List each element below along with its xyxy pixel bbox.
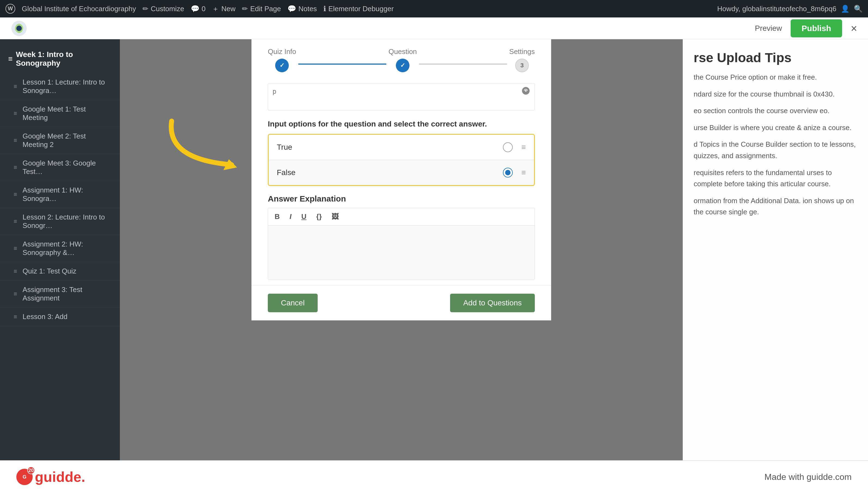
option-true-text: True: [277, 143, 503, 152]
sidebar-item-lesson1[interactable]: ≡ Lesson 1: Lecture: Intro to Sonogra…: [0, 73, 120, 100]
elementor-topbar: Preview Publish ×: [0, 18, 868, 39]
underline-button[interactable]: U: [299, 211, 309, 222]
elementor-logo: [11, 20, 27, 37]
sidebar-item-assignment3[interactable]: ≡ Assignment 3: Test Assignment: [0, 281, 120, 307]
topbar-actions: Preview Publish ×: [755, 19, 857, 37]
option-false-row[interactable]: False ≡: [269, 160, 534, 185]
drag-icon: ≡: [14, 110, 17, 117]
italic-button[interactable]: I: [288, 211, 294, 222]
bottom-bar: G 20 guidde. Made with guidde.com: [0, 460, 868, 493]
step-quiz-info-label: Quiz Info: [268, 47, 296, 56]
question-area: [251, 78, 551, 117]
step-question-circle: ✓: [396, 59, 410, 72]
sidebar-item-lesson3[interactable]: ≡ Lesson 3: Add: [0, 307, 120, 326]
admin-notes[interactable]: 💬 Notes: [288, 5, 317, 13]
drag-icon: ≡: [14, 291, 17, 298]
cancel-button[interactable]: Cancel: [268, 294, 318, 312]
drag-icon: ≡: [14, 164, 17, 171]
step-connector-1: [298, 64, 386, 65]
admin-site-name[interactable]: Global Institute of Echocardiography: [22, 5, 136, 13]
admin-bar: W Global Institute of Echocardiography ✏…: [0, 0, 868, 18]
right-sidebar-para-2: ndard size for the course thumbnail is 0…: [694, 89, 857, 100]
right-sidebar-para-4: urse Builder is where you create & anize…: [694, 122, 857, 134]
right-sidebar-para-6: requisites refers to the fundamental urs…: [694, 167, 857, 190]
options-instruction: Input options for the question and selec…: [251, 117, 551, 134]
sidebar-item-quiz1[interactable]: ≡ Quiz 1: Test Quiz: [0, 262, 120, 281]
bold-button[interactable]: B: [272, 211, 282, 222]
add-to-questions-button[interactable]: Add to Questions: [450, 294, 535, 312]
center-area: Quiz Info ✓ Question ✓ Settings 3: [120, 39, 683, 493]
option-false-radio[interactable]: [503, 168, 513, 177]
sidebar-item-assignment1[interactable]: ≡ Assignment 1: HW: Sonogra…: [0, 181, 120, 208]
drag-icon: ≡: [14, 83, 17, 90]
guidde-made-with: Made with guidde.com: [764, 472, 852, 482]
close-button[interactable]: ×: [851, 23, 857, 34]
option-false-text: False: [277, 168, 503, 177]
search-icon[interactable]: 🔍: [854, 5, 863, 13]
step-settings-circle: 3: [515, 59, 529, 72]
right-sidebar-para-7: ormation from the Additional Data. ion s…: [694, 195, 857, 218]
option-false-drag[interactable]: ≡: [522, 168, 526, 177]
user-avatar: 👤: [841, 5, 849, 13]
drag-icon: ≡: [14, 137, 17, 144]
steps-row: Quiz Info ✓ Question ✓ Settings 3: [251, 39, 551, 78]
admin-edit-page[interactable]: ✏ Edit Page: [242, 5, 281, 13]
image-button[interactable]: 🖼: [329, 211, 341, 222]
svg-marker-4: [223, 159, 237, 170]
drag-icon: ≡: [14, 218, 17, 225]
step-question: Question ✓: [388, 47, 417, 72]
option-true-radio[interactable]: [503, 142, 513, 152]
right-sidebar-para-5: d Topics in the Course Builder section t…: [694, 139, 857, 162]
guidde-dot-icon: G 20: [16, 469, 33, 485]
option-true-drag[interactable]: ≡: [522, 143, 526, 152]
wordpress-icon: W: [5, 4, 15, 14]
question-input[interactable]: [268, 83, 535, 110]
drag-icon: ≡: [14, 245, 17, 252]
drag-icon: ≡: [14, 268, 17, 275]
svg-text:W: W: [8, 5, 13, 12]
admin-customize[interactable]: ✏ Customize: [142, 5, 184, 13]
admin-new[interactable]: ＋ New: [212, 4, 235, 14]
explanation-section: Answer Explanation B I U {} 🖼: [251, 186, 551, 285]
admin-elementor-debugger[interactable]: ℹ Elementor Debugger: [323, 5, 394, 13]
annotation-arrow: [150, 110, 259, 192]
sidebar-item-assignment2[interactable]: ≡ Assignment 2: HW: Sonography &…: [0, 235, 120, 262]
right-sidebar-para-1: the Course Price option or make it free.: [694, 72, 857, 83]
code-button[interactable]: {}: [314, 211, 324, 222]
sidebar-item-googlemeet3[interactable]: ≡ Google Meet 3: Google Test…: [0, 154, 120, 181]
quiz-modal: Quiz Info ✓ Question ✓ Settings 3: [251, 39, 551, 320]
sidebar-item-googlemeet2[interactable]: ≡ Google Meet 2: Test Meeting 2: [0, 127, 120, 154]
step-question-label: Question: [388, 47, 417, 56]
explanation-title: Answer Explanation: [268, 194, 535, 203]
step-quiz-info-circle: ✓: [275, 59, 289, 72]
guidde-text: guidde.: [35, 469, 85, 485]
sidebar-section-title: ≡ Week 1: Intro to Sonography: [0, 45, 120, 73]
ai-icon: [521, 86, 531, 98]
step-settings-label: Settings: [509, 47, 535, 56]
options-container: True ≡ False ≡: [268, 134, 535, 186]
step-quiz-info: Quiz Info ✓: [268, 47, 296, 72]
svg-point-5: [525, 90, 527, 92]
modal-footer: Cancel Add to Questions: [251, 285, 551, 320]
guidde-logo: G 20 guidde.: [16, 469, 85, 485]
option-true-row[interactable]: True ≡: [269, 135, 534, 160]
admin-comments[interactable]: 💬 0: [191, 5, 205, 13]
publish-button[interactable]: Publish: [791, 19, 842, 37]
explanation-body[interactable]: [268, 225, 535, 280]
drag-icon: ≡: [14, 313, 17, 320]
right-sidebar-title: rse Upload Tips: [694, 50, 857, 65]
step-connector-2: [419, 64, 507, 65]
admin-user: Howdy, globalinstituteofecho_8m6pq6 👤 🔍: [717, 5, 863, 13]
main-layout: ≡ Week 1: Intro to Sonography ≡ Lesson 1…: [0, 39, 868, 493]
left-sidebar: ≡ Week 1: Intro to Sonography ≡ Lesson 1…: [0, 39, 120, 493]
right-sidebar: rse Upload Tips the Course Price option …: [683, 39, 868, 493]
drag-icon: ≡: [14, 191, 17, 198]
preview-button[interactable]: Preview: [755, 24, 782, 33]
right-sidebar-para-3: eo section controls the course overview …: [694, 105, 857, 117]
guidde-badge: 20: [27, 467, 35, 474]
sidebar-item-lesson2[interactable]: ≡ Lesson 2: Lecture: Intro to Sonogr…: [0, 208, 120, 235]
sidebar-item-googlemeet1[interactable]: ≡ Google Meet 1: Test Meeting: [0, 100, 120, 127]
svg-point-3: [16, 26, 22, 31]
explanation-toolbar: B I U {} 🖼: [268, 208, 535, 225]
drag-handle-icon: ≡: [8, 55, 13, 63]
